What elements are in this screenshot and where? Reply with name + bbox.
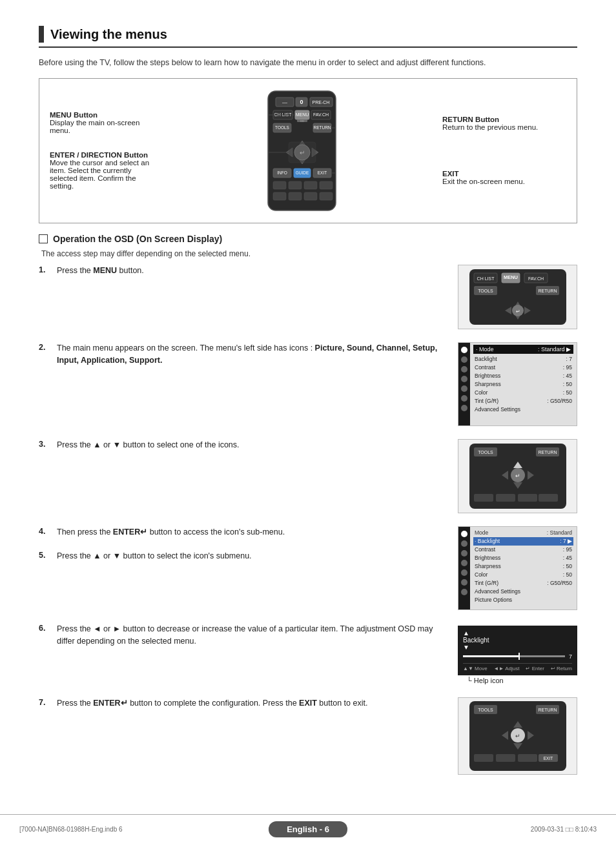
osd-brightness: Brightness: 45: [473, 372, 573, 380]
osd-heading: Operation the OSD (On Screen Display): [39, 234, 577, 244]
step-3-num: 3.: [39, 439, 52, 449]
nav-remote-3: TOOLS RETURN ↵: [458, 439, 577, 513]
osd-popt-45: Picture Options: [473, 596, 573, 604]
step-1-text: Press the MENU button.: [57, 265, 445, 277]
svg-rect-25: [289, 142, 316, 163]
svg-rect-33: [289, 181, 302, 189]
remote-svg: — 0 PRE-CH CH LIST MENU □□ FAV.CH TOOLS: [249, 88, 355, 214]
nav-remote-7: TOOLS RETURN ↵: [458, 697, 577, 775]
svg-rect-32: [273, 181, 286, 189]
svg-rect-72: [474, 494, 493, 502]
svg-text:TOOLS: TOOLS: [478, 289, 493, 293]
mini-remote-1: CH LIST MENU FAV.CH TOOLS RETURN: [458, 265, 577, 329]
osd-backlight-highlighted: · Backlight: 7 ▶: [473, 537, 573, 546]
exit-desc: Exit the on-screen menu.: [442, 178, 566, 185]
step-5-text: Press the ▲ or ▼ button to select the ic…: [57, 550, 445, 562]
step-1-img: CH LIST MENU FAV.CH TOOLS RETURN: [458, 265, 577, 329]
osd-sharpness: Sharpness: 50: [473, 380, 573, 389]
svg-text:□□: □□: [300, 119, 303, 123]
step-7-group: 7. Press the ENTER↵ button to complete t…: [39, 697, 577, 775]
osd-main-2: · Mode: Standard ▶ Backlight: 7 Contrast…: [470, 343, 577, 425]
enter-button-title: ENTER / DIRECTION Button: [50, 151, 161, 159]
step-6-row: 6. Press the ◄ or ► button to decrease o…: [39, 623, 445, 648]
step-4-row: 4. Then press the ENTER↵ button to acces…: [39, 526, 445, 538]
svg-text:INFO: INFO: [277, 170, 287, 175]
step-7-row: 7. Press the ENTER↵ button to complete t…: [39, 697, 445, 710]
exit-title: EXIT: [442, 170, 566, 178]
remote-illustration: — 0 PRE-CH CH LIST MENU □□ FAV.CH TOOLS: [169, 88, 435, 214]
step-6-text: Press the ◄ or ► button to decrease or i…: [57, 623, 445, 648]
mini-remote-svg-1: CH LIST MENU FAV.CH TOOLS RETURN: [466, 268, 570, 326]
step-2-num: 2.: [39, 342, 52, 352]
sidebar-icon-a2: [461, 579, 467, 586]
step-4-text: Then press the ENTER↵ button to access t…: [57, 526, 445, 538]
step-1-left: 1. Press the MENU button.: [39, 265, 445, 329]
osd-color-45: Color: 50: [473, 571, 573, 579]
step-6-group: 6. Press the ◄ or ► button to decrease o…: [39, 623, 577, 684]
svg-text:EXIT: EXIT: [543, 756, 552, 761]
step-2-group: 2. The main menu appears on the screen. …: [39, 342, 577, 426]
remote-diagram: MENU Button Display the main on-screen m…: [39, 78, 577, 223]
bl-label: ▲Backlight▼: [463, 629, 572, 651]
footer-date-info: 2009-03-31 □□ 8:10:43: [531, 826, 597, 833]
step-6-left: 6. Press the ◄ or ► button to decrease o…: [39, 623, 445, 684]
enter-button-desc: Move the cursor and select an item. Sele…: [50, 159, 161, 190]
svg-text:FAV.CH: FAV.CH: [313, 112, 328, 117]
sidebar-icon-s2: [461, 540, 467, 547]
svg-rect-37: [289, 192, 302, 200]
osd-contrast-45: Contrast: 95: [473, 546, 573, 554]
step-3-img: TOOLS RETURN ↵: [458, 439, 577, 513]
sidebar-icon-setup: [461, 376, 467, 382]
svg-text:TOOLS: TOOLS: [275, 125, 290, 130]
osd-sidebar-45: [458, 527, 470, 609]
sidebar-icon-application: [461, 395, 467, 402]
bl-slider-knob: [518, 653, 520, 660]
bl-slider: [463, 655, 565, 657]
return-button-title: RETURN Button: [442, 116, 566, 123]
bl-nav-adjust: ◄► Adjust: [494, 666, 520, 671]
osd-tint-45: Tint (G/R): G50/R50: [473, 579, 573, 588]
step-7-num: 7.: [39, 697, 52, 707]
sidebar-icon-picture: [461, 347, 467, 353]
nav-remote-svg-3: TOOLS RETURN ↵: [466, 442, 570, 510]
svg-rect-88: [496, 754, 515, 762]
svg-text:—: —: [282, 99, 287, 105]
bl-nav-row: ▲▼ Move ◄► Adjust ↵ Enter ↩ Return: [463, 663, 572, 671]
osd-main-45: Mode: Standard · Backlight: 7 ▶ Contrast…: [470, 527, 577, 609]
svg-text:↵: ↵: [515, 309, 520, 314]
svg-text:RETURN: RETURN: [538, 289, 557, 293]
step-2-row: 2. The main menu appears on the screen. …: [39, 342, 445, 367]
svg-rect-89: [518, 754, 537, 762]
section-title-bar: Viewing the menus: [39, 26, 577, 48]
svg-rect-36: [273, 192, 286, 200]
step-1-group: 1. Press the MENU button. CH LIST MENU: [39, 265, 577, 329]
osd-section: Operation the OSD (On Screen Display) Th…: [39, 234, 577, 775]
osd-tint: Tint (G/R): G50/R50: [473, 397, 573, 405]
svg-rect-73: [496, 494, 515, 502]
footer-file-info: [7000-NA]BN68-01988H-Eng.indb 6: [19, 826, 123, 833]
sidebar-icon-se2: [461, 560, 467, 566]
sidebar-icon-sound: [461, 356, 467, 363]
svg-text:PRE-CH: PRE-CH: [312, 100, 329, 105]
step-2-text: The main menu appears on the screen. The…: [57, 342, 445, 367]
bl-panel-inner: ▲Backlight▼ 7 ▲▼ Move ◄► Adjust ↵ Enter: [458, 626, 577, 675]
svg-text:EXIT: EXIT: [317, 170, 326, 175]
return-button-label: RETURN Button Return to the previous men…: [442, 116, 566, 131]
step-2-left: 2. The main menu appears on the screen. …: [39, 342, 445, 426]
step-45-img: Mode: Standard · Backlight: 7 ▶ Contrast…: [458, 526, 577, 610]
svg-rect-74: [518, 494, 537, 502]
help-icon-label: └ Help icon: [467, 677, 577, 684]
step-3-left: 3. Press the ▲ or ▼ button to select one…: [39, 439, 445, 513]
step-45-group: 4. Then press the ENTER↵ button to acces…: [39, 526, 577, 610]
svg-text:↵: ↵: [515, 473, 520, 479]
menu-button-desc: Display the main on-screen menu.: [50, 119, 161, 134]
step-3-group: 3. Press the ▲ or ▼ button to select one…: [39, 439, 577, 513]
bl-nav-return: ↩ Return: [551, 666, 572, 671]
osd-color: Color: 50: [473, 389, 573, 397]
osd-adv-45: Advanced Settings: [473, 588, 573, 596]
page-title: Viewing the menus: [50, 27, 167, 42]
exit-label: EXIT Exit the on-screen menu.: [442, 170, 566, 185]
step-1-num: 1.: [39, 265, 52, 274]
sidebar-icon-i2: [461, 569, 467, 576]
sidebar-icon-channel: [461, 366, 467, 373]
